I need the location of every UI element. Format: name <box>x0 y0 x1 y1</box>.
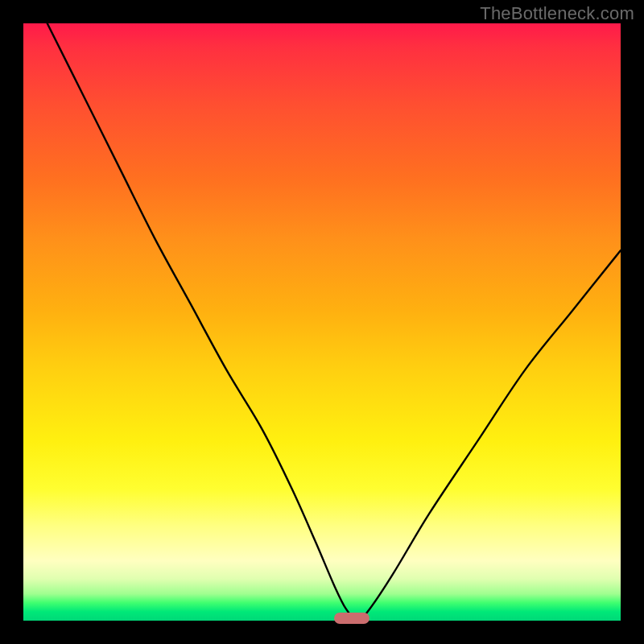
bottleneck-curve <box>23 23 621 621</box>
curve-path <box>47 23 621 621</box>
watermark-text: TheBottleneck.com <box>480 3 634 24</box>
optimal-marker <box>334 613 369 624</box>
